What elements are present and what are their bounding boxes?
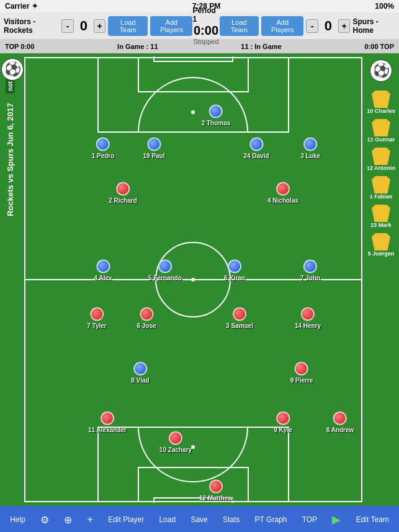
add-btn[interactable]: ⊕ [64,514,72,526]
jersey-icon [372,176,390,193]
save-btn[interactable]: Save [191,515,207,524]
visitors-name: Visitors - Rockets [4,17,59,35]
jersey-icon [372,119,390,136]
player-red-11[interactable]: 12 Matthew [199,480,233,502]
player-red-1[interactable]: 4 Nicholas [267,182,298,204]
player-red-3[interactable]: 6 Jose [137,308,156,329]
player-dot [209,480,223,494]
player-blue-3[interactable]: 1 Pedro [92,138,115,159]
home-add-players-btn[interactable]: Add Players [261,16,303,36]
player-dot [333,412,347,425]
player-name: 8 Vlad [131,377,149,384]
player-blue-4[interactable]: 3 Luke [300,138,320,159]
player-dot [249,138,263,151]
player-dot [276,412,290,425]
top-left: TOP 0:00 [5,43,34,50]
player-dot [116,182,130,196]
player-blue-0[interactable]: 2 Thomas [202,105,231,126]
player-blue-6[interactable]: 5 Fernando [148,260,182,282]
play-icon: ▶ [332,513,341,526]
player-red-5[interactable]: 14 Henry [295,308,321,329]
bench-player-0[interactable]: 10 Charles [363,91,399,114]
timer-status: Stopped [194,38,219,45]
player-dot [209,105,223,118]
visitors-add-players-btn[interactable]: Add Players [150,16,192,36]
home-load-team-btn[interactable]: Load Team [220,16,259,36]
load-btn[interactable]: Load [159,515,176,524]
gear-icon: ⚙ [40,514,49,526]
player-name: 3 Luke [300,153,320,159]
player-blue-9[interactable]: 8 Vlad [131,362,149,384]
player-dot [96,138,110,151]
home-section: Load Team Add Players - 0 + Spurs - Home [220,16,395,36]
home-minus-btn[interactable]: - [306,19,318,33]
bench-player-2[interactable]: 12 Antonio [363,148,399,171]
player-red-8[interactable]: 9 Kyle [274,412,292,433]
jersey-icon [372,148,390,165]
player-red-9[interactable]: 8 Andrew [326,412,354,433]
edit-player-btn[interactable]: Edit Player [108,515,144,524]
player-red-10[interactable]: 9 Pierre [290,362,313,384]
soccer-ball-top-right: ⚽ [370,60,392,82]
player-dot [147,138,161,151]
bench-player-name: 1 Fabian [370,193,393,200]
player-red-7[interactable]: 10 Zachary [159,432,192,453]
player-name: 6 Jose [137,322,156,329]
player-blue-7[interactable]: 6 Kiran [224,260,245,282]
help-btn[interactable]: Help [10,515,25,524]
player-dot [96,260,110,273]
player-name: 19 Paul [143,153,164,159]
bench-player-3[interactable]: 1 Fabian [363,176,399,200]
settings-btn[interactable]: ⚙ [40,514,49,526]
top-right: 0:00 TOP [364,43,394,50]
player-name: 4 Nicholas [267,197,298,204]
player-dot [276,182,290,196]
player-name: 2 Thomas [202,120,231,126]
player-dot [303,260,317,273]
visitors-load-team-btn[interactable]: Load Team [108,16,148,36]
load-label: Load [159,515,176,524]
player-blue-2[interactable]: 24 David [243,138,269,159]
top-btn[interactable]: TOP [302,515,317,524]
player-dot [233,308,246,321]
player-name: 9 Pierre [290,377,313,384]
player-name: 1 Pedro [92,153,115,159]
in-game-left: In Game : 11 [117,43,158,50]
pt-graph-btn[interactable]: PT Graph [255,515,287,524]
edit-team-btn[interactable]: Edit Team [356,515,389,524]
player-name: 4 Alex [94,275,112,282]
jersey-icon [372,233,390,250]
jersey-icon [372,205,390,222]
visitors-plus-btn[interactable]: + [94,19,106,33]
battery: 100% [375,2,394,11]
game-title: Rockets vs Spurs Jun 6, 2017 [6,103,15,216]
carrier: Carrier ✦ [5,2,38,11]
player-dot [140,308,153,321]
player-blue-5[interactable]: 4 Alex [94,260,112,282]
stats-btn[interactable]: Stats [223,515,240,524]
play-btn[interactable]: ▶ [332,513,341,526]
bench-player-name: 5 Juergen [368,250,395,257]
player-name: 7 John [300,275,320,282]
home-plus-btn[interactable]: + [338,19,351,33]
pt-graph-label: PT Graph [255,515,287,524]
player-blue-1[interactable]: 19 Paul [143,138,164,159]
bench-player-1[interactable]: 11 Gunnar [363,119,399,143]
player-blue-8[interactable]: 7 John [300,260,320,282]
player-red-6[interactable]: 11 Alexander [88,412,127,433]
soccer-ball-top: ⚽ [1,58,24,81]
player-dot [228,260,241,273]
player-name: 10 Zachary [159,446,192,453]
player-red-4[interactable]: 3 Samuel [226,308,253,329]
home-name: Spurs - Home [352,17,395,35]
player-name: 7 Tyler [87,322,107,329]
player-dot [301,308,315,321]
player-red-2[interactable]: 7 Tyler [87,308,107,329]
bench-player-name: 23 Mark [370,222,392,228]
field: not saved Rockets vs Spurs Jun 6, 2017 ⚽… [0,53,399,506]
bench-player-4[interactable]: 23 Mark [363,205,399,228]
visitors-minus-btn[interactable]: - [61,19,74,33]
bench-player-5[interactable]: 5 Juergen [363,233,399,257]
visitors-section: Visitors - Rockets - 0 + Load Team Add P… [4,16,192,36]
player-red-0[interactable]: 2 Richard [109,182,137,204]
